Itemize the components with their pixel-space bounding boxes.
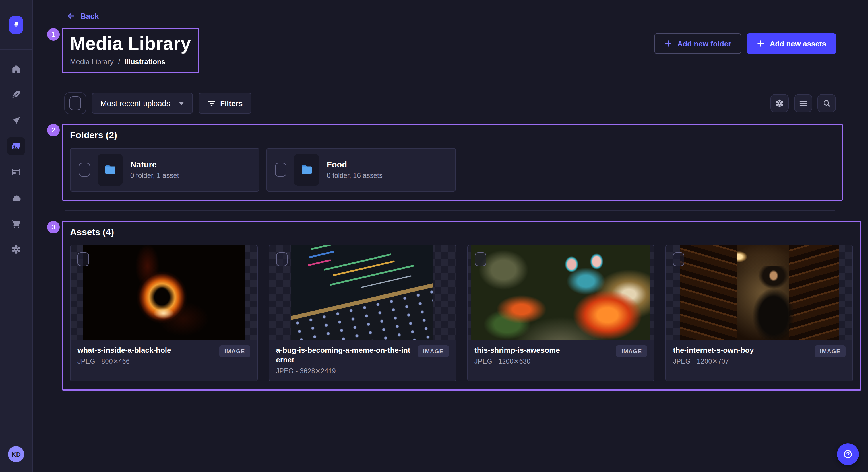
asset-thumbnail[interactable]	[666, 245, 853, 339]
asset-name: a-bug-is-becoming-a-meme-on-the-internet	[276, 345, 413, 365]
sidebar-item-content[interactable]	[7, 86, 25, 104]
art-layer	[291, 245, 433, 339]
select-all-checkbox[interactable]	[69, 96, 81, 110]
sidebar-item-deploy[interactable]	[7, 189, 25, 207]
back-link[interactable]: Back	[67, 11, 99, 21]
media-library-icon	[11, 141, 21, 151]
breadcrumb-separator: /	[118, 58, 120, 66]
help-button[interactable]	[837, 443, 859, 465]
section-divider	[65, 210, 835, 211]
asset-image-shrimp	[471, 245, 650, 339]
back-arrow-icon	[67, 11, 76, 21]
folder-meta: 0 folder, 16 assets	[327, 171, 383, 179]
asset-card-internets-own-boy[interactable]: the-internet-s-own-boy JPEG - 1200✕707 I…	[665, 245, 854, 381]
gear-icon	[775, 99, 784, 108]
sidebar-item-marketplace[interactable]	[7, 214, 25, 233]
asset-type-badge: IMAGE	[219, 345, 250, 357]
folder-card-nature[interactable]: Nature 0 folder, 1 asset	[70, 148, 259, 192]
asset-thumbnail[interactable]	[468, 245, 654, 339]
asset-type-badge: IMAGE	[616, 345, 647, 357]
asset-name: this-shrimp-is-awesome	[474, 345, 612, 355]
annotation-box-1: 1 Media Library Media Library / Illustra…	[62, 28, 199, 73]
annotation-box-2: 2 Folders (2) Nature 0 folder, 1 asset	[62, 124, 843, 201]
asset-footer: a-bug-is-becoming-a-meme-on-the-internet…	[269, 339, 456, 381]
app: KD Back 1 Media Library Media Library / …	[0, 0, 868, 472]
asset-card-black-hole[interactable]: what-s-inside-a-black-hole JPEG - 800✕46…	[70, 245, 258, 381]
toolbar-left: Most recent uploads Filters	[64, 92, 251, 114]
filters-label: Filters	[220, 99, 243, 107]
add-new-assets-button[interactable]: Add new assets	[747, 33, 836, 54]
asset-texts: the-internet-s-own-boy JPEG - 1200✕707	[673, 345, 810, 365]
art-layer	[679, 245, 737, 339]
asset-checkbox[interactable]	[474, 252, 486, 266]
feather-icon	[11, 90, 21, 100]
header-actions: Add new folder Add new assets	[654, 33, 836, 54]
breadcrumb-parent[interactable]: Media Library	[70, 58, 113, 66]
sidebar-logo-area	[0, 0, 32, 50]
asset-name: what-s-inside-a-black-hole	[78, 345, 215, 355]
sidebar-item-home[interactable]	[7, 60, 25, 78]
toolbar-right	[770, 94, 836, 112]
annotation-marker-3: 3	[47, 221, 60, 233]
folder-icon-box	[98, 154, 123, 186]
asset-image-code-laptop	[291, 245, 433, 339]
add-new-folder-button[interactable]: Add new folder	[654, 33, 741, 54]
asset-texts: a-bug-is-becoming-a-meme-on-the-internet…	[276, 345, 413, 375]
asset-card-bug-meme[interactable]: a-bug-is-becoming-a-meme-on-the-internet…	[269, 245, 456, 381]
list-view-button[interactable]	[794, 94, 812, 112]
header-row: 1 Media Library Media Library / Illustra…	[64, 28, 836, 73]
select-all-checkbox-container[interactable]	[64, 92, 86, 114]
art-layer	[750, 266, 798, 339]
main-content: Back 1 Media Library Media Library / Ill…	[32, 0, 868, 472]
asset-meta: JPEG - 800✕466	[78, 357, 215, 365]
app-logo-button[interactable]	[9, 16, 23, 34]
assets-list: what-s-inside-a-black-hole JPEG - 800✕46…	[70, 245, 853, 381]
asset-thumbnail[interactable]	[269, 245, 456, 339]
asset-thumbnail[interactable]	[71, 245, 257, 339]
view-settings-button[interactable]	[770, 94, 789, 112]
strapi-logo-icon	[12, 21, 20, 29]
annotation-box-3: 3 Assets (4) what-s-inside-a-black-hole …	[62, 221, 861, 391]
plus-icon	[756, 40, 764, 47]
folder-icon-box	[294, 154, 319, 186]
list-icon	[799, 99, 808, 108]
sort-value: Most recent uploads	[100, 99, 170, 107]
folder-checkbox[interactable]	[275, 163, 286, 177]
folder-meta: 0 folder, 1 asset	[130, 171, 179, 179]
folder-name: Nature	[130, 160, 179, 169]
sidebar-item-releases[interactable]	[7, 111, 25, 130]
asset-checkbox[interactable]	[78, 252, 89, 266]
folder-card-food[interactable]: Food 0 folder, 16 assets	[267, 148, 456, 192]
asset-name: the-internet-s-own-boy	[673, 345, 810, 355]
folder-checkbox[interactable]	[79, 163, 90, 177]
sort-dropdown[interactable]: Most recent uploads	[92, 93, 193, 113]
question-circle-icon	[842, 448, 854, 460]
sidebar-user-area: KD	[0, 436, 32, 472]
home-icon	[11, 64, 21, 74]
sidebar-item-media-library[interactable]	[7, 137, 25, 156]
asset-checkbox[interactable]	[673, 252, 685, 266]
sidebar-item-content-manager[interactable]	[7, 163, 25, 181]
user-avatar[interactable]: KD	[8, 446, 24, 462]
asset-meta: JPEG - 1200✕707	[673, 357, 810, 365]
sidebar-item-settings[interactable]	[7, 240, 25, 259]
asset-footer: this-shrimp-is-awesome JPEG - 1200✕630 I…	[468, 339, 654, 381]
filter-icon	[207, 99, 216, 107]
asset-footer: what-s-inside-a-black-hole JPEG - 800✕46…	[71, 339, 257, 381]
paper-plane-icon	[11, 115, 21, 126]
asset-texts: this-shrimp-is-awesome JPEG - 1200✕630	[474, 345, 612, 365]
chevron-down-icon	[178, 102, 184, 105]
annotation-marker-2: 2	[47, 124, 60, 136]
breadcrumb: Media Library / Illustrations	[70, 58, 191, 66]
breadcrumb-current: Illustrations	[125, 58, 165, 66]
asset-card-shrimp[interactable]: this-shrimp-is-awesome JPEG - 1200✕630 I…	[467, 245, 655, 381]
search-button[interactable]	[817, 94, 836, 112]
search-icon	[822, 99, 831, 108]
asset-meta: JPEG - 1200✕630	[474, 357, 612, 365]
toolbar: Most recent uploads Filters	[64, 92, 836, 114]
asset-checkbox[interactable]	[276, 252, 288, 266]
shopping-cart-icon	[11, 218, 21, 229]
folder-icon	[103, 163, 117, 177]
filters-button[interactable]: Filters	[198, 93, 251, 113]
add-new-assets-label: Add new assets	[770, 39, 826, 48]
